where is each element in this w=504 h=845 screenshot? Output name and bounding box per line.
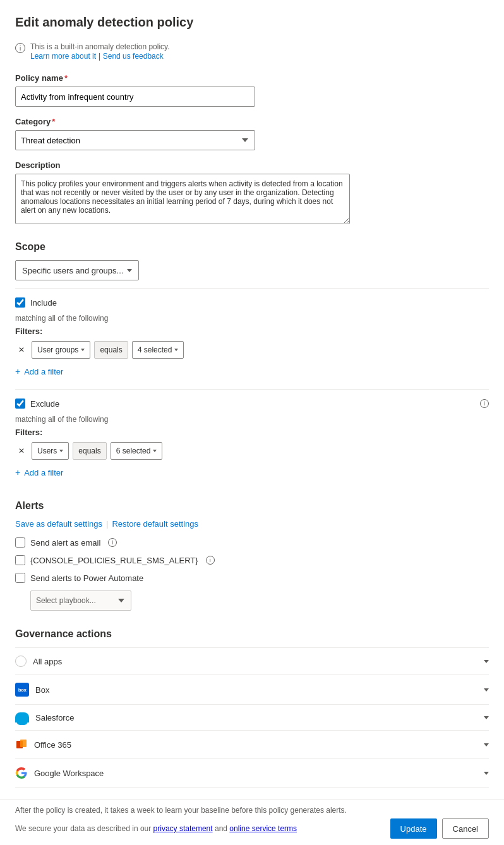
all-apps-icon: [15, 656, 27, 667]
category-required: *: [52, 117, 55, 126]
power-automate-row: Send alerts to Power Automate: [15, 573, 489, 583]
category-label: Category: [15, 117, 51, 126]
exclude-filter-value[interactable]: 6 selected: [111, 442, 163, 460]
exclude-filter-field-chevron: [59, 450, 63, 452]
power-automate-checkbox[interactable]: [15, 573, 25, 583]
learn-more-link[interactable]: Learn more about it: [30, 52, 96, 61]
include-checkbox[interactable]: [15, 297, 25, 308]
info-banner: i This is a built-in anomaly detection p…: [15, 42, 489, 61]
category-select[interactable]: Threat detection: [15, 130, 255, 150]
footer-privacy-text: We secure your data as described in our …: [15, 824, 297, 833]
salesforce-label: Salesforce: [35, 713, 74, 722]
exclude-filters-label: Filters:: [15, 428, 489, 437]
include-divider: [15, 288, 489, 289]
include-filter-remove[interactable]: ✕: [15, 344, 28, 356]
exclude-matching-text: matching all of the following: [15, 415, 489, 424]
governance-item-salesforce[interactable]: Salesforce: [15, 704, 489, 730]
info-banner-text: This is a built-in anomaly detection pol…: [30, 42, 170, 51]
exclude-checkbox[interactable]: [15, 399, 25, 409]
scope-section-title: Scope: [15, 241, 489, 253]
footer-info-text: After the policy is created, it takes a …: [15, 806, 489, 815]
scope-dropdown-chevron: [127, 269, 132, 272]
salesforce-chevron: [484, 716, 489, 719]
svg-rect-1: [20, 740, 27, 747]
exclude-add-filter-btn[interactable]: + Add a filter: [15, 465, 63, 480]
include-plus-icon: +: [15, 366, 20, 376]
governance-item-all-apps[interactable]: All apps: [15, 647, 489, 674]
governance-section: Governance actions All apps box Box: [15, 628, 489, 788]
all-apps-chevron: [484, 660, 489, 663]
governance-title: Governance actions: [15, 628, 489, 640]
email-alert-label: Send alert as email: [30, 538, 100, 548]
box-chevron: [484, 688, 489, 692]
include-add-filter-btn[interactable]: + Add a filter: [15, 364, 63, 379]
sms-alert-info-icon: i: [206, 556, 215, 565]
include-filter-field-chevron: [81, 349, 85, 351]
email-alert-info-icon: i: [108, 538, 117, 547]
include-filter-row: ✕ User groups equals 4 selected: [15, 341, 489, 359]
email-alert-row: Send alert as email i: [15, 537, 489, 548]
office365-chevron: [484, 743, 489, 746]
feedback-link[interactable]: Send us feedback: [103, 52, 164, 61]
scope-dropdown[interactable]: Specific users and groups...: [15, 260, 139, 280]
power-automate-label: Send alerts to Power Automate: [30, 573, 143, 583]
box-icon: box: [15, 683, 29, 697]
alerts-section: Alerts Save as default settings | Restor…: [15, 500, 489, 611]
page-title: Edit anomaly detection policy: [15, 15, 489, 30]
exclude-divider: [15, 389, 489, 390]
policy-name-required: *: [64, 73, 68, 83]
sms-alert-checkbox[interactable]: [15, 555, 25, 565]
sms-alert-label: {CONSOLE_POLICIES_RULE_SMS_ALERT}: [30, 556, 198, 565]
google-icon: [15, 767, 28, 779]
info-icon: i: [15, 43, 25, 53]
exclude-plus-icon: +: [15, 467, 20, 477]
description-label: Description: [15, 160, 61, 170]
governance-item-google[interactable]: Google Workspace: [15, 758, 489, 788]
include-filter-value[interactable]: 4 selected: [132, 341, 184, 359]
policy-name-input[interactable]: [15, 87, 255, 107]
all-apps-label: All apps: [33, 657, 62, 666]
include-filter-operator: equals: [94, 341, 128, 359]
exclude-filter-operator: equals: [73, 442, 106, 460]
exclude-filter-field[interactable]: Users: [32, 442, 69, 460]
include-filter-value-chevron: [174, 349, 178, 351]
include-filters-label: Filters:: [15, 327, 489, 336]
footer-bottom: We secure your data as described in our …: [15, 818, 489, 839]
exclude-row: Exclude i: [15, 399, 489, 409]
include-matching-text: matching all of the following: [15, 314, 489, 323]
policy-name-label: Policy name: [15, 73, 63, 83]
box-label: Box: [35, 685, 49, 695]
footer-bar: After the policy is created, it takes a …: [0, 799, 504, 845]
update-button[interactable]: Update: [390, 818, 437, 839]
footer-buttons: Update Cancel: [390, 818, 489, 839]
exclude-info-icon: i: [480, 399, 489, 408]
alerts-links: Save as default settings | Restore defau…: [15, 519, 489, 529]
include-filter-field[interactable]: User groups: [32, 341, 90, 359]
include-row: Include: [15, 297, 489, 308]
alerts-title: Alerts: [15, 500, 489, 512]
terms-link[interactable]: online service terms: [229, 824, 297, 833]
privacy-link[interactable]: privacy statement: [153, 824, 213, 833]
restore-default-link[interactable]: Restore default settings: [112, 519, 198, 529]
include-label: Include: [30, 298, 57, 308]
governance-item-office365[interactable]: Office 365: [15, 730, 489, 758]
salesforce-icon: [15, 712, 29, 722]
exclude-label: Exclude: [30, 399, 59, 409]
link-separator: |: [99, 51, 100, 61]
save-default-link[interactable]: Save as default settings: [15, 519, 102, 529]
scope-dropdown-label: Specific users and groups...: [22, 266, 123, 275]
exclude-filter-row: ✕ Users equals 6 selected: [15, 442, 489, 460]
google-chevron: [484, 772, 489, 775]
sms-alert-row: {CONSOLE_POLICIES_RULE_SMS_ALERT} i: [15, 555, 489, 565]
office365-label: Office 365: [34, 740, 71, 750]
governance-item-box[interactable]: box Box: [15, 674, 489, 704]
office365-icon: [15, 738, 28, 751]
playbook-select[interactable]: Select playbook...: [30, 590, 131, 611]
exclude-filter-value-chevron: [153, 450, 157, 452]
cancel-button[interactable]: Cancel: [442, 818, 489, 839]
google-label: Google Workspace: [34, 769, 104, 778]
exclude-filter-remove[interactable]: ✕: [15, 445, 28, 457]
email-alert-checkbox[interactable]: [15, 537, 25, 548]
description-textarea[interactable]: This policy profiles your environment an…: [15, 174, 350, 224]
